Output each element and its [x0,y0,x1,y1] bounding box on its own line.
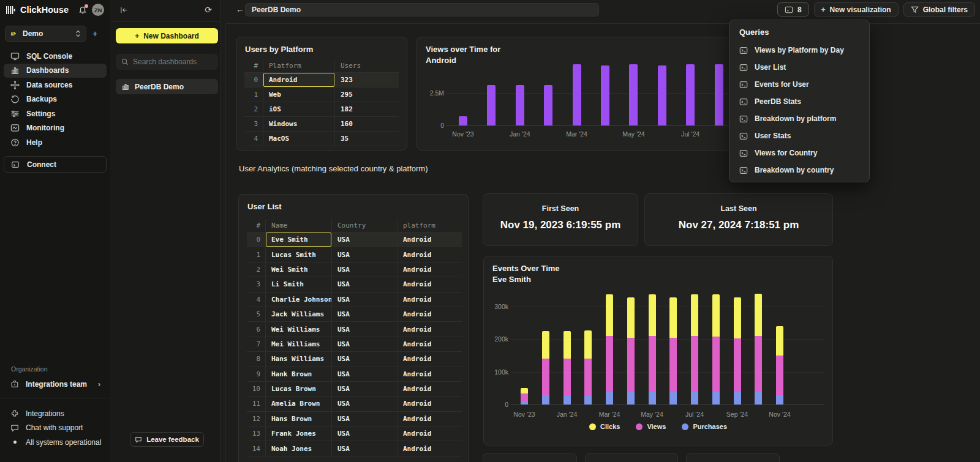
legend-item-purchases[interactable]: Purchases [682,423,727,430]
table-cell[interactable]: Windows [263,117,335,131]
sidebar-item-data-sources[interactable]: Data sources [4,78,107,92]
table-cell[interactable]: Android [398,233,462,247]
bar-segment-clicks[interactable] [776,326,783,356]
table-cell[interactable]: Eve Smith [266,233,332,247]
sidebar-item-dashboards[interactable]: Dashboards [4,64,107,78]
dashboard-list-item[interactable]: PeerDB Demo [116,79,218,94]
table-cell[interactable]: USA [332,367,398,381]
table-cell[interactable]: Charlie Johnson [266,292,332,307]
bar-segment-purchases[interactable] [627,392,635,404]
table-cell[interactable]: USA [332,233,398,247]
bar-segment-views[interactable] [755,336,762,392]
table-cell[interactable]: Android [398,307,462,321]
table-cell[interactable]: USA [332,247,398,261]
bar-segment-clicks[interactable] [564,331,571,359]
query-item[interactable]: User Stats [739,129,862,143]
table-cell[interactable]: USA [332,382,398,396]
table-cell[interactable]: Lucas Smith [266,247,332,261]
table-cell[interactable]: USA [332,441,398,455]
bar[interactable] [686,64,695,125]
table-cell[interactable]: Hank Brown [266,367,332,381]
bar-segment-clicks[interactable] [669,297,677,338]
bar-segment-views[interactable] [564,359,571,396]
bar-segment-purchases[interactable] [691,392,698,404]
query-item[interactable]: Breakdown by platform [739,112,862,125]
connect-button[interactable]: Connect [4,156,107,173]
bar-segment-purchases[interactable] [521,402,528,404]
bar[interactable] [544,85,552,125]
footer-item-integrations[interactable]: Integrations [4,406,107,421]
new-visualization-button[interactable]: + New visualization [814,2,899,17]
bar-segment-purchases[interactable] [755,392,762,404]
table-cell[interactable]: Android [398,277,462,291]
bar-segment-views[interactable] [606,336,613,392]
table-cell[interactable]: Android [398,367,462,381]
query-item[interactable]: Views by Platform by Day [739,43,862,57]
table-cell[interactable]: USA [332,292,398,307]
dashboard-title-input[interactable]: PeerDB Demo [245,3,599,17]
bar-segment-clicks[interactable] [649,294,656,336]
bar-segment-views[interactable] [542,359,549,395]
search-input[interactable] [133,58,206,66]
table-cell[interactable]: Frank Jones [266,427,332,441]
query-item[interactable]: Views for Country [739,146,862,160]
bar-segment-views[interactable] [521,393,528,401]
table-cell[interactable]: USA [332,412,398,426]
bar-segment-purchases[interactable] [712,392,720,404]
table-cell[interactable]: 160 [335,117,399,131]
table-cell[interactable]: 182 [335,102,399,116]
bar-segment-clicks[interactable] [606,294,613,336]
leave-feedback-button[interactable]: Leave feedback [130,432,204,447]
table-cell[interactable]: USA [332,397,398,411]
global-filters-button[interactable]: Global filters [903,2,975,17]
bar-segment-clicks[interactable] [712,294,720,337]
bar-segment-purchases[interactable] [542,395,549,404]
bar-segment-views[interactable] [712,337,720,392]
sidebar-item-backups[interactable]: Backups [4,92,107,107]
table-cell[interactable]: Android [398,441,462,455]
table-cell[interactable]: Jack Williams [266,307,332,321]
bar-segment-clicks[interactable] [521,388,528,393]
bar-segment-views[interactable] [691,336,698,392]
bar[interactable] [573,64,581,125]
sidebar-item-settings[interactable]: Settings [4,106,107,121]
bar-segment-clicks[interactable] [584,330,592,359]
table-cell[interactable]: Amelia Brown [266,397,332,411]
avatar[interactable]: ZN [92,4,104,16]
table-cell[interactable]: Android [398,352,462,366]
legend-item-clicks[interactable]: Clicks [589,423,620,430]
query-item[interactable]: User List [739,61,862,74]
table-cell[interactable]: USA [332,322,398,336]
table-cell[interactable]: Wei Smith [266,263,332,277]
table-cell[interactable]: Android [398,247,462,261]
table-cell[interactable]: 323 [335,73,399,87]
table-cell[interactable]: USA [332,352,398,366]
table-cell[interactable]: Android [263,73,335,87]
legend-item-views[interactable]: Views [636,423,666,430]
bar[interactable] [629,64,638,125]
bar[interactable] [487,85,496,125]
query-item[interactable]: Breakdown by country [739,163,862,177]
bar[interactable] [658,65,666,125]
table-cell[interactable]: iOS [263,102,335,116]
bar-segment-views[interactable] [734,338,741,393]
bar-segment-clicks[interactable] [734,297,741,338]
sidebar-item-help[interactable]: Help [4,135,107,150]
table-cell[interactable]: Web [263,88,335,102]
table-cell[interactable]: Lucas Brown [266,382,332,396]
add-workspace-button[interactable]: + [92,29,97,39]
brand[interactable]: ClickHouse [6,5,69,15]
bar-segment-clicks[interactable] [691,294,698,336]
workspace-select[interactable]: Demo [5,26,86,42]
back-arrow-icon[interactable]: ← [236,4,244,14]
sidebar-item-monitoring[interactable]: Monitoring [4,121,107,136]
bar-segment-purchases[interactable] [649,392,656,404]
organization-team-item[interactable]: Integrations team › [4,377,107,391]
bar-segment-clicks[interactable] [755,294,762,336]
bar[interactable] [516,85,524,125]
sidebar-item-sql-console[interactable]: SQL Console [4,49,107,64]
bar-segment-purchases[interactable] [776,395,783,404]
bar-segment-purchases[interactable] [584,396,592,404]
bar-segment-clicks[interactable] [542,331,549,359]
table-cell[interactable]: Wei Williams [266,322,332,336]
